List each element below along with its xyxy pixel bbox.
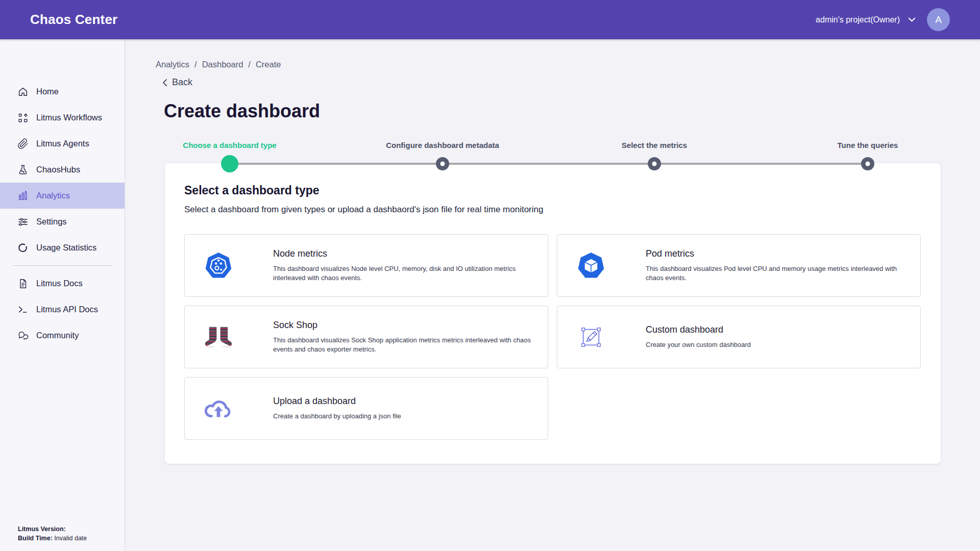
sidebar-item-label: Litmus API Docs [36, 305, 98, 314]
sidebar: Home Litmus Workflows Litmus Agents Chao… [0, 39, 125, 551]
chat-bubbles-icon [17, 330, 29, 341]
card-node-metrics[interactable]: Node metrics This dashboard visualizes N… [184, 234, 548, 297]
card-description: Create your own custom dashboard [646, 340, 751, 349]
brand-title: Chaos Center [30, 12, 117, 28]
sidebar-item-litmus-workflows[interactable]: Litmus Workflows [0, 105, 125, 131]
bar-chart-icon [17, 190, 29, 202]
chevron-left-icon [162, 79, 167, 87]
step-label-select-metrics: Select the metrics [622, 141, 687, 149]
breadcrumb-analytics[interactable]: Analytics [156, 60, 189, 69]
project-switcher[interactable]: admin's project(Owner) [816, 15, 916, 24]
cloud-upload-icon [204, 397, 233, 420]
sidebar-item-label: Home [36, 87, 59, 96]
top-bar: Chaos Center admin's project(Owner) A [0, 0, 980, 39]
card-description: This dashboard visualizes Sock Shop appl… [273, 336, 538, 354]
kubernetes-pod-icon [576, 252, 606, 280]
litmus-version-label: Litmus Version: [18, 525, 66, 533]
card-description: This dashboard visualizes Pod level CPU … [646, 264, 911, 283]
breadcrumb-separator: / [194, 60, 197, 69]
sidebar-item-label: Litmus Agents [36, 139, 89, 148]
card-title: Node metrics [273, 248, 538, 259]
step-dot [861, 157, 874, 170]
sidebar-item-litmus-docs[interactable]: Litmus Docs [0, 270, 125, 296]
breadcrumb-separator: / [248, 60, 251, 69]
card-title: Pod metrics [646, 248, 911, 259]
document-icon [17, 278, 29, 289]
step-dot [648, 157, 661, 170]
app-root: Chaos Center admin's project(Owner) A Ho… [0, 0, 980, 551]
home-icon [17, 86, 29, 97]
stepper-track [230, 163, 868, 165]
sidebar-item-litmus-agents[interactable]: Litmus Agents [0, 131, 125, 157]
sidebar-item-settings[interactable]: Settings [0, 209, 125, 235]
card-description: Create a dashboard by uploading a json f… [273, 412, 401, 421]
panel-heading: Select a dashboard type [184, 184, 921, 197]
card-upload-dashboard[interactable]: Upload a dashboard Create a dashboard by… [184, 377, 548, 440]
paperclip-icon [17, 138, 29, 149]
terminal-icon [17, 304, 29, 315]
card-description: This dashboard visualizes Node level CPU… [273, 264, 538, 283]
back-label: Back [172, 77, 192, 88]
sidebar-item-label: Usage Statistics [36, 243, 96, 253]
sidebar-item-label: Settings [36, 217, 67, 227]
socks-icon [204, 322, 233, 352]
step-label-choose-type: Choose a dashboard type [183, 141, 276, 149]
card-title: Custom dashboard [646, 324, 751, 335]
sidebar-footer: Litmus Version: Build Time: Invalid date [18, 524, 87, 543]
step-dot-active [221, 155, 238, 172]
main-content: Analytics / Dashboard / Create Back Crea… [125, 39, 980, 551]
sliders-icon [17, 216, 29, 228]
sidebar-item-label: Community [36, 331, 79, 340]
flask-icon [17, 164, 29, 176]
card-pod-metrics[interactable]: Pod metrics This dashboard visualizes Po… [557, 234, 921, 297]
card-title: Sock Shop [273, 320, 538, 331]
sidebar-item-label: Litmus Docs [36, 279, 83, 288]
pencil-frame-icon [576, 325, 606, 349]
panel-subheading: Select a dashboard from given types or u… [184, 205, 921, 215]
breadcrumb-dashboard[interactable]: Dashboard [202, 60, 243, 69]
build-time-value: Invalid date [54, 535, 87, 542]
sidebar-item-label: Analytics [36, 191, 70, 201]
sidebar-item-label: Litmus Workflows [36, 113, 102, 122]
sidebar-nav: Home Litmus Workflows Litmus Agents Chao… [0, 39, 125, 348]
breadcrumb-create[interactable]: Create [256, 60, 281, 69]
breadcrumb: Analytics / Dashboard / Create [156, 60, 281, 69]
sidebar-item-home[interactable]: Home [0, 79, 125, 105]
back-button[interactable]: Back [162, 77, 192, 88]
chevron-down-icon [908, 17, 916, 22]
card-title: Upload a dashboard [273, 396, 401, 407]
build-time-label: Build Time: [18, 535, 53, 542]
sidebar-item-label: ChaosHubs [36, 165, 80, 174]
page-title: Create dashboard [164, 101, 320, 122]
card-custom-dashboard[interactable]: Custom dashboard Create your own custom … [557, 306, 921, 368]
usage-circle-icon [17, 242, 29, 254]
avatar[interactable]: A [927, 8, 950, 31]
sidebar-item-usage-statistics[interactable]: Usage Statistics [0, 235, 125, 261]
sidebar-item-chaoshubs[interactable]: ChaosHubs [0, 157, 125, 183]
kubernetes-node-icon [204, 252, 233, 280]
sidebar-item-community[interactable]: Community [0, 322, 125, 348]
step-dot [436, 157, 449, 170]
sidebar-divider [12, 265, 112, 266]
sidebar-item-analytics[interactable]: Analytics [0, 183, 125, 209]
dashboard-type-panel: Select a dashboard type Select a dashboa… [165, 163, 941, 464]
workflows-icon [17, 112, 29, 123]
card-sock-shop[interactable]: Sock Shop This dashboard visualizes Sock… [184, 306, 548, 368]
step-label-tune-queries: Tune the queries [838, 141, 898, 149]
step-label-configure-metadata: Configure dashboard metadata [386, 141, 499, 149]
project-label: admin's project(Owner) [816, 15, 900, 24]
dashboard-type-grid: Node metrics This dashboard visualizes N… [184, 234, 921, 440]
sidebar-item-litmus-api-docs[interactable]: Litmus API Docs [0, 296, 125, 322]
avatar-initial: A [935, 14, 942, 26]
